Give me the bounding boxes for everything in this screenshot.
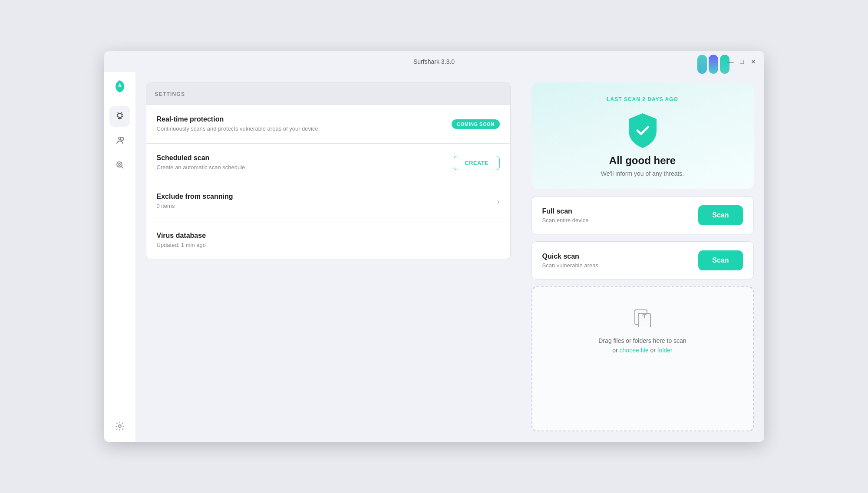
- sidebar-bottom: [109, 416, 130, 437]
- realtime-subtitle: Continuously scans and protects vulnerab…: [157, 125, 320, 133]
- sidebar-item-settings[interactable]: [109, 416, 130, 437]
- status-subtitle: We'll inform you of any threats.: [601, 170, 684, 177]
- virus-database-card: Virus database Updated: 1 min ago: [146, 221, 511, 260]
- close-button[interactable]: ✕: [749, 58, 757, 66]
- scheduled-scan-card: Scheduled scan Create an automatic scan …: [146, 143, 511, 182]
- exclude-title: Exclude from scanning: [157, 193, 233, 200]
- status-title: All good here: [609, 154, 676, 167]
- main-layout: !: [104, 72, 764, 442]
- drop-or2-text: or: [649, 347, 657, 354]
- virusdb-text: Virus database Updated: 1 min ago: [157, 232, 206, 249]
- exclude-text: Exclude from scanning 0 items: [157, 193, 233, 210]
- scheduled-title: Scheduled scan: [157, 154, 245, 162]
- last-scan-label: LAST SCAN 2 DAYS AGO: [607, 96, 678, 102]
- drop-text: Drag files or folders here to scan or ch…: [598, 336, 686, 355]
- drop-zone[interactable]: Drag files or folders here to scan or ch…: [531, 286, 754, 431]
- sidebar: !: [104, 72, 135, 442]
- choose-file-link[interactable]: choose file: [620, 347, 649, 354]
- logo-bar-1: [697, 55, 707, 74]
- full-scan-button[interactable]: Scan: [698, 205, 743, 225]
- scheduled-text: Scheduled scan Create an automatic scan …: [157, 154, 245, 171]
- sidebar-logo: [111, 77, 129, 95]
- exclude-subtitle: 0 items: [157, 202, 233, 210]
- choose-folder-link[interactable]: folder: [657, 347, 673, 354]
- logo-area: [697, 55, 729, 74]
- chevron-right-icon: ›: [497, 197, 500, 206]
- quick-scan-button[interactable]: Scan: [698, 250, 743, 270]
- quick-scan-card: Quick scan Scan vulnerable areas Scan: [531, 241, 754, 279]
- svg-point-6: [119, 425, 121, 427]
- upload-icon: [631, 305, 654, 329]
- exclude-scanning-card[interactable]: Exclude from scanning 0 items ›: [146, 182, 511, 220]
- quick-scan-text: Quick scan Scan vulnerable areas: [542, 253, 598, 269]
- full-scan-subtitle: Scan entire device: [542, 217, 589, 223]
- logo-bar-2: [709, 55, 718, 74]
- svg-point-5: [119, 164, 120, 165]
- svg-point-4: [117, 162, 122, 167]
- scheduled-subtitle: Create an automatic scan schedule: [157, 164, 245, 171]
- right-panel: LAST SCAN 2 DAYS AGO All good here We'll…: [521, 72, 764, 442]
- quick-scan-subtitle: Scan vulnerable areas: [542, 262, 598, 269]
- quick-scan-title: Quick scan: [542, 253, 598, 260]
- virusdb-title: Virus database: [157, 232, 206, 240]
- window-controls: — □ ✕: [727, 58, 757, 66]
- realtime-title: Real-time protection: [157, 115, 320, 123]
- minimize-button[interactable]: —: [727, 58, 735, 66]
- sidebar-item-search[interactable]: [109, 154, 130, 175]
- titlebar: Surfshark 3.3.0 — □ ✕: [104, 51, 764, 72]
- realtime-protection-card: Real-time protection Continuously scans …: [146, 105, 511, 143]
- create-button[interactable]: CREATE: [454, 156, 499, 170]
- full-scan-text: Full scan Scan entire device: [542, 207, 589, 223]
- window-title: Surfshark 3.3.0: [413, 58, 455, 65]
- full-scan-card: Full scan Scan entire device Scan: [531, 196, 754, 234]
- sidebar-item-antivirus[interactable]: [109, 106, 130, 127]
- shield-icon: [625, 111, 660, 146]
- full-scan-title: Full scan: [542, 207, 589, 215]
- settings-header: SETTINGS: [155, 91, 185, 97]
- app-window: Surfshark 3.3.0 — □ ✕: [104, 51, 764, 442]
- maximize-button[interactable]: □: [738, 58, 746, 66]
- realtime-text: Real-time protection Continuously scans …: [157, 115, 320, 133]
- drop-main-text: Drag files or folders here to scan: [598, 337, 686, 344]
- status-card: LAST SCAN 2 DAYS AGO All good here We'll…: [531, 82, 754, 189]
- drop-or-text: or: [612, 347, 619, 354]
- coming-soon-badge: COMING SOON: [452, 119, 499, 129]
- svg-point-0: [118, 113, 122, 118]
- sidebar-item-alert[interactable]: !: [109, 130, 130, 151]
- virusdb-subtitle: Updated: 1 min ago: [157, 241, 206, 249]
- content-area: SETTINGS Real-time protection Continuous…: [135, 72, 764, 442]
- left-panel: SETTINGS Real-time protection Continuous…: [135, 72, 521, 442]
